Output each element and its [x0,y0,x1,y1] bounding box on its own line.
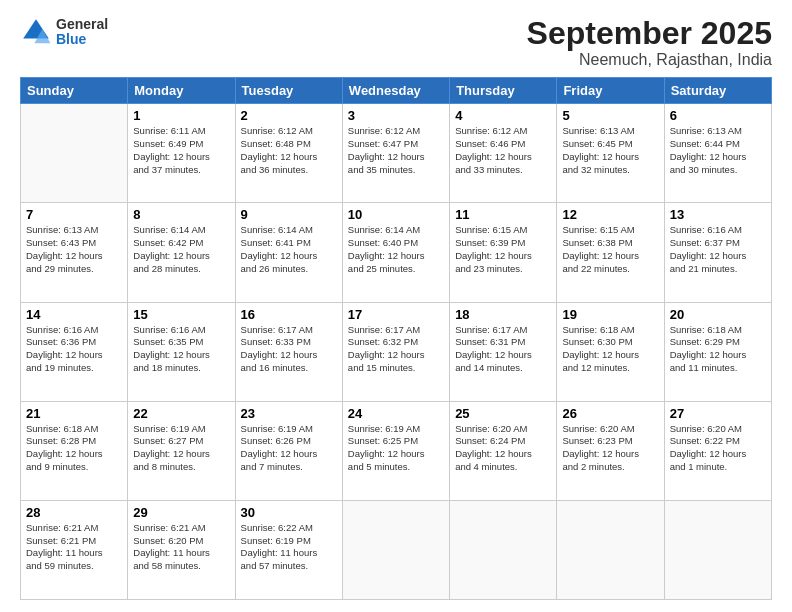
day-info: Sunrise: 6:13 AM Sunset: 6:45 PM Dayligh… [562,125,658,176]
day-cell: 27Sunrise: 6:20 AM Sunset: 6:22 PM Dayli… [664,401,771,500]
day-info: Sunrise: 6:22 AM Sunset: 6:19 PM Dayligh… [241,522,337,573]
day-number: 11 [455,207,551,222]
day-number: 12 [562,207,658,222]
day-number: 4 [455,108,551,123]
day-info: Sunrise: 6:16 AM Sunset: 6:36 PM Dayligh… [26,324,122,375]
day-cell: 15Sunrise: 6:16 AM Sunset: 6:35 PM Dayli… [128,302,235,401]
week-row-1: 1Sunrise: 6:11 AM Sunset: 6:49 PM Daylig… [21,104,772,203]
logo-blue: Blue [56,32,108,47]
day-cell: 6Sunrise: 6:13 AM Sunset: 6:44 PM Daylig… [664,104,771,203]
week-row-4: 21Sunrise: 6:18 AM Sunset: 6:28 PM Dayli… [21,401,772,500]
day-cell: 2Sunrise: 6:12 AM Sunset: 6:48 PM Daylig… [235,104,342,203]
calendar-subtitle: Neemuch, Rajasthan, India [527,51,772,69]
day-info: Sunrise: 6:17 AM Sunset: 6:32 PM Dayligh… [348,324,444,375]
day-cell: 16Sunrise: 6:17 AM Sunset: 6:33 PM Dayli… [235,302,342,401]
day-number: 17 [348,307,444,322]
day-cell: 5Sunrise: 6:13 AM Sunset: 6:45 PM Daylig… [557,104,664,203]
day-info: Sunrise: 6:12 AM Sunset: 6:46 PM Dayligh… [455,125,551,176]
day-number: 22 [133,406,229,421]
logo-text: General Blue [56,17,108,48]
day-info: Sunrise: 6:14 AM Sunset: 6:42 PM Dayligh… [133,224,229,275]
day-cell [21,104,128,203]
day-cell: 22Sunrise: 6:19 AM Sunset: 6:27 PM Dayli… [128,401,235,500]
day-number: 5 [562,108,658,123]
day-cell: 30Sunrise: 6:22 AM Sunset: 6:19 PM Dayli… [235,500,342,599]
day-number: 20 [670,307,766,322]
day-number: 14 [26,307,122,322]
day-number: 27 [670,406,766,421]
day-number: 15 [133,307,229,322]
calendar-table: Sunday Monday Tuesday Wednesday Thursday… [20,77,772,600]
day-info: Sunrise: 6:14 AM Sunset: 6:40 PM Dayligh… [348,224,444,275]
day-cell: 25Sunrise: 6:20 AM Sunset: 6:24 PM Dayli… [450,401,557,500]
day-cell: 24Sunrise: 6:19 AM Sunset: 6:25 PM Dayli… [342,401,449,500]
logo-icon [20,16,52,48]
col-friday: Friday [557,78,664,104]
day-cell: 10Sunrise: 6:14 AM Sunset: 6:40 PM Dayli… [342,203,449,302]
day-number: 10 [348,207,444,222]
day-info: Sunrise: 6:11 AM Sunset: 6:49 PM Dayligh… [133,125,229,176]
day-number: 18 [455,307,551,322]
day-info: Sunrise: 6:19 AM Sunset: 6:26 PM Dayligh… [241,423,337,474]
day-cell: 21Sunrise: 6:18 AM Sunset: 6:28 PM Dayli… [21,401,128,500]
header: General Blue September 2025 Neemuch, Raj… [20,16,772,69]
day-info: Sunrise: 6:20 AM Sunset: 6:22 PM Dayligh… [670,423,766,474]
day-cell: 23Sunrise: 6:19 AM Sunset: 6:26 PM Dayli… [235,401,342,500]
day-cell: 7Sunrise: 6:13 AM Sunset: 6:43 PM Daylig… [21,203,128,302]
day-info: Sunrise: 6:16 AM Sunset: 6:35 PM Dayligh… [133,324,229,375]
day-info: Sunrise: 6:18 AM Sunset: 6:29 PM Dayligh… [670,324,766,375]
day-cell: 9Sunrise: 6:14 AM Sunset: 6:41 PM Daylig… [235,203,342,302]
day-info: Sunrise: 6:13 AM Sunset: 6:43 PM Dayligh… [26,224,122,275]
day-info: Sunrise: 6:12 AM Sunset: 6:47 PM Dayligh… [348,125,444,176]
day-number: 28 [26,505,122,520]
day-number: 2 [241,108,337,123]
day-info: Sunrise: 6:20 AM Sunset: 6:23 PM Dayligh… [562,423,658,474]
day-cell: 17Sunrise: 6:17 AM Sunset: 6:32 PM Dayli… [342,302,449,401]
header-row: Sunday Monday Tuesday Wednesday Thursday… [21,78,772,104]
day-number: 16 [241,307,337,322]
day-number: 3 [348,108,444,123]
day-cell: 11Sunrise: 6:15 AM Sunset: 6:39 PM Dayli… [450,203,557,302]
page: General Blue September 2025 Neemuch, Raj… [0,0,792,612]
day-info: Sunrise: 6:13 AM Sunset: 6:44 PM Dayligh… [670,125,766,176]
day-info: Sunrise: 6:17 AM Sunset: 6:31 PM Dayligh… [455,324,551,375]
day-cell: 1Sunrise: 6:11 AM Sunset: 6:49 PM Daylig… [128,104,235,203]
day-cell: 26Sunrise: 6:20 AM Sunset: 6:23 PM Dayli… [557,401,664,500]
day-info: Sunrise: 6:12 AM Sunset: 6:48 PM Dayligh… [241,125,337,176]
day-info: Sunrise: 6:21 AM Sunset: 6:21 PM Dayligh… [26,522,122,573]
title-block: September 2025 Neemuch, Rajasthan, India [527,16,772,69]
day-info: Sunrise: 6:14 AM Sunset: 6:41 PM Dayligh… [241,224,337,275]
day-info: Sunrise: 6:21 AM Sunset: 6:20 PM Dayligh… [133,522,229,573]
day-number: 21 [26,406,122,421]
day-cell: 3Sunrise: 6:12 AM Sunset: 6:47 PM Daylig… [342,104,449,203]
logo: General Blue [20,16,108,48]
col-thursday: Thursday [450,78,557,104]
day-cell: 18Sunrise: 6:17 AM Sunset: 6:31 PM Dayli… [450,302,557,401]
day-number: 29 [133,505,229,520]
day-number: 8 [133,207,229,222]
day-cell: 12Sunrise: 6:15 AM Sunset: 6:38 PM Dayli… [557,203,664,302]
week-row-3: 14Sunrise: 6:16 AM Sunset: 6:36 PM Dayli… [21,302,772,401]
day-number: 24 [348,406,444,421]
col-wednesday: Wednesday [342,78,449,104]
day-number: 23 [241,406,337,421]
day-info: Sunrise: 6:17 AM Sunset: 6:33 PM Dayligh… [241,324,337,375]
day-cell [557,500,664,599]
day-cell: 13Sunrise: 6:16 AM Sunset: 6:37 PM Dayli… [664,203,771,302]
day-info: Sunrise: 6:15 AM Sunset: 6:38 PM Dayligh… [562,224,658,275]
day-number: 7 [26,207,122,222]
day-cell: 8Sunrise: 6:14 AM Sunset: 6:42 PM Daylig… [128,203,235,302]
week-row-5: 28Sunrise: 6:21 AM Sunset: 6:21 PM Dayli… [21,500,772,599]
col-monday: Monday [128,78,235,104]
day-number: 13 [670,207,766,222]
day-number: 1 [133,108,229,123]
day-number: 9 [241,207,337,222]
day-cell [450,500,557,599]
day-cell: 28Sunrise: 6:21 AM Sunset: 6:21 PM Dayli… [21,500,128,599]
day-cell: 29Sunrise: 6:21 AM Sunset: 6:20 PM Dayli… [128,500,235,599]
col-sunday: Sunday [21,78,128,104]
day-number: 25 [455,406,551,421]
day-info: Sunrise: 6:16 AM Sunset: 6:37 PM Dayligh… [670,224,766,275]
day-info: Sunrise: 6:18 AM Sunset: 6:28 PM Dayligh… [26,423,122,474]
day-info: Sunrise: 6:19 AM Sunset: 6:27 PM Dayligh… [133,423,229,474]
